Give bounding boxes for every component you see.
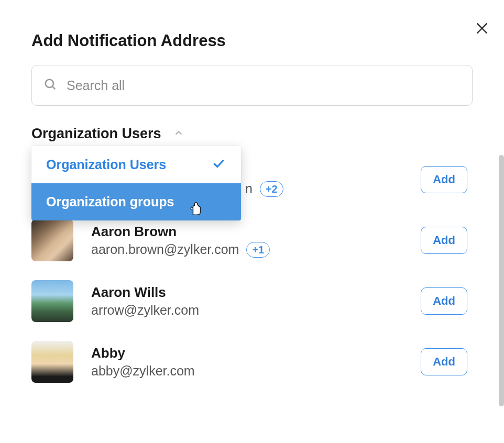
close-icon xyxy=(475,21,489,36)
dropdown-option-org-groups[interactable]: Organization groups xyxy=(31,183,241,220)
add-button[interactable]: Add xyxy=(421,227,467,254)
dropdown-option-label: Organization Users xyxy=(46,157,166,172)
user-name: Abby xyxy=(91,345,421,361)
modal-title: Add Notification Address xyxy=(31,31,473,50)
add-notification-address-modal: Add Notification Address Organization Us… xyxy=(0,0,504,443)
dropdown-option-org-users[interactable]: Organization Users xyxy=(31,146,241,183)
extra-count-badge[interactable]: +1 xyxy=(246,242,270,258)
search-field[interactable] xyxy=(31,65,473,106)
extra-count-badge[interactable]: +2 xyxy=(260,181,283,197)
scrollbar-thumb[interactable] xyxy=(499,155,504,406)
dropdown-option-label: Organization groups xyxy=(46,194,174,209)
search-input[interactable] xyxy=(67,78,461,93)
user-name: Aaron Brown xyxy=(91,224,421,240)
filter-dropdown: Organization Users Organization groups xyxy=(31,146,241,220)
filter-selected-label: Organization Users xyxy=(31,126,161,142)
filter-selector[interactable]: Organization Users xyxy=(31,126,473,142)
avatar xyxy=(31,219,73,261)
chevron-up-icon xyxy=(173,127,184,141)
user-email: aaron.brown@zylker.com xyxy=(91,242,239,257)
add-button[interactable]: Add xyxy=(421,287,467,315)
user-email: arrow@zylker.com xyxy=(91,303,199,318)
add-button[interactable]: Add xyxy=(421,348,467,375)
user-email-fragment: n xyxy=(245,181,253,196)
search-icon xyxy=(43,77,57,93)
user-info: Abby abby@zylker.com xyxy=(91,345,421,379)
svg-line-3 xyxy=(52,86,55,89)
check-icon xyxy=(212,157,225,173)
svg-point-2 xyxy=(46,80,53,87)
user-row: Aaron Wills arrow@zylker.com Add xyxy=(31,271,473,331)
user-info: Aaron Brown aaron.brown@zylker.com +1 xyxy=(91,224,421,258)
user-info: Aaron Wills arrow@zylker.com xyxy=(91,284,421,318)
close-button[interactable] xyxy=(475,21,489,36)
avatar xyxy=(31,280,73,322)
scrollbar[interactable] xyxy=(499,155,504,411)
add-button[interactable]: Add xyxy=(421,166,467,193)
avatar xyxy=(31,341,73,383)
user-email: abby@zylker.com xyxy=(91,363,195,379)
user-name: Aaron Wills xyxy=(91,284,421,301)
user-row: Abby abby@zylker.com Add xyxy=(31,331,473,392)
